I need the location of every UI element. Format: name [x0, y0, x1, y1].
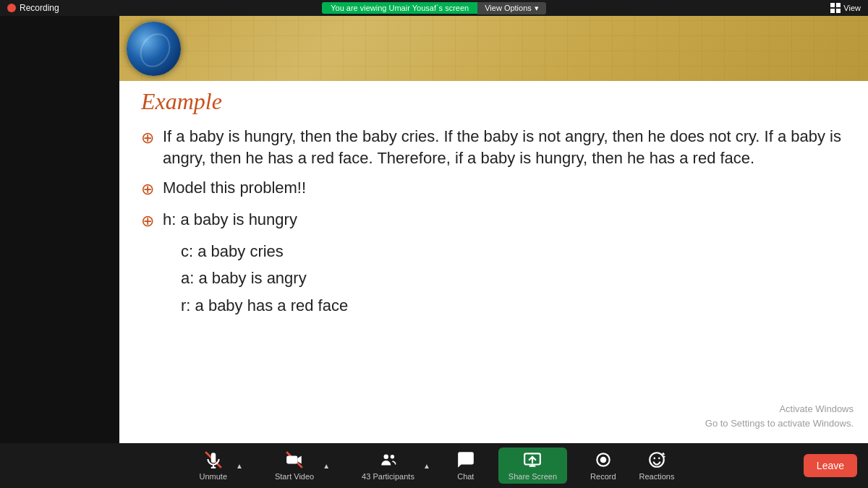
svg-point-11 — [390, 455, 393, 458]
bullet-text-2: Model this problem!! — [163, 177, 306, 199]
reactions-icon — [647, 450, 666, 469]
bullet-1: ⊕ If a baby is hungry, then the baby cri… — [141, 126, 846, 168]
start-video-group[interactable]: Start Video ▲ — [258, 442, 344, 488]
svg-rect-9 — [286, 456, 297, 464]
unmute-caret[interactable]: ▲ — [233, 458, 246, 474]
microphone-muted-icon — [204, 450, 223, 469]
svg-point-10 — [383, 454, 388, 459]
sub-item-3: r: a baby has a red face — [181, 295, 846, 317]
reactions-button[interactable]: Reactions — [628, 446, 686, 485]
recording-label: Recording — [20, 3, 59, 13]
leave-button[interactable]: Leave — [804, 454, 857, 477]
start-video-button[interactable]: Start Video — [269, 446, 320, 485]
reactions-label: Reactions — [639, 472, 675, 481]
bottom-toolbar: Unmute ▲ Start Video ▲ 43 Participants — [0, 443, 868, 488]
globe-icon — [127, 22, 181, 76]
svg-rect-0 — [830, 3, 835, 7]
participants-group[interactable]: 43 Participants ▲ — [344, 442, 445, 488]
unmute-label: Unmute — [200, 472, 228, 481]
bullet-2: ⊕ Model this problem!! — [141, 177, 846, 200]
svg-rect-2 — [830, 9, 835, 13]
svg-point-19 — [658, 458, 660, 460]
unmute-button[interactable]: Unmute — [194, 446, 234, 485]
share-screen-button[interactable]: Share Screen — [487, 443, 579, 488]
grid-icon — [830, 3, 841, 13]
view-options-button[interactable]: View Options ▾ — [477, 2, 546, 14]
slide-body: Example ⊕ If a baby is hungry, then the … — [119, 81, 868, 330]
world-map-overlay — [119, 16, 868, 81]
share-screen-label: Share Screen — [509, 472, 557, 481]
left-sidebar — [0, 16, 119, 459]
svg-rect-5 — [211, 453, 216, 463]
share-screen-inner[interactable]: Share Screen — [498, 448, 567, 484]
record-label: Record — [590, 472, 616, 481]
svg-point-18 — [653, 458, 655, 460]
bullet-icon-2: ⊕ — [141, 179, 154, 200]
activate-windows-title: Activate Windows — [705, 402, 854, 416]
svg-point-16 — [600, 457, 606, 463]
chat-label: Chat — [457, 472, 474, 481]
recording-dot — [7, 4, 16, 12]
bullet-icon-3: ⊕ — [141, 210, 154, 232]
video-caret[interactable]: ▲ — [320, 458, 333, 474]
record-button[interactable]: Record — [579, 446, 627, 485]
sub-item-1: c: a baby cries — [181, 241, 846, 262]
share-screen-icon — [523, 450, 542, 469]
participants-icon — [379, 450, 398, 469]
slide-content: Example ⊕ If a baby is hungry, then the … — [119, 16, 868, 459]
sub-item-2: a: a baby is angry — [181, 267, 846, 289]
top-bar: Recording You are viewing Umair Yousaf`s… — [0, 0, 868, 16]
participants-label: 43 Participants — [362, 472, 414, 481]
slide-title: Example — [141, 88, 846, 115]
activate-windows-sub: Go to Settings to activate Windows. — [705, 416, 854, 431]
recording-badge: Recording — [7, 3, 59, 13]
unmute-group[interactable]: Unmute ▲ — [182, 442, 258, 488]
record-icon — [594, 450, 613, 469]
chat-icon — [456, 450, 475, 469]
participants-button[interactable]: 43 Participants — [356, 446, 420, 485]
view-label: View — [843, 4, 861, 12]
video-off-icon — [285, 450, 304, 469]
bullet-text-3: h: a baby is hungry — [163, 209, 297, 231]
activate-windows: Activate Windows Go to Settings to activ… — [705, 402, 854, 430]
svg-rect-3 — [836, 9, 841, 13]
view-icon-group: View — [830, 3, 861, 13]
svg-point-20 — [663, 453, 665, 455]
viewing-banner: You are viewing Umair Yousaf`s screen — [322, 2, 477, 14]
chevron-down-icon: ▾ — [535, 4, 539, 13]
start-video-label: Start Video — [275, 472, 314, 481]
bullet-icon-1: ⊕ — [141, 127, 154, 149]
bullet-text-1: If a baby is hungry, then the baby cries… — [163, 126, 846, 168]
chat-button[interactable]: Chat — [445, 446, 487, 485]
slide-header — [119, 16, 868, 81]
participants-caret[interactable]: ▲ — [420, 458, 433, 474]
svg-rect-1 — [836, 3, 841, 7]
viewing-banner-group: You are viewing Umair Yousaf`s screen Vi… — [322, 2, 546, 14]
bullet-3: ⊕ h: a baby is hungry — [141, 209, 846, 232]
